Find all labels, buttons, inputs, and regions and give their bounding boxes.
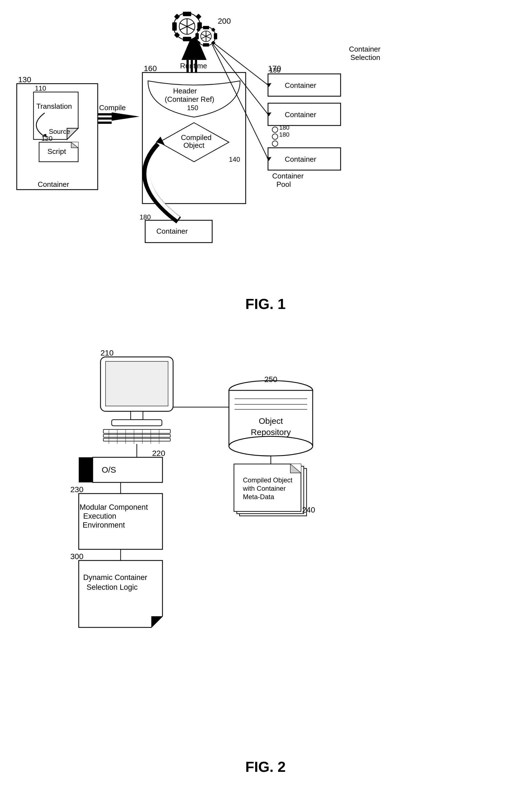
svg-rect-94 bbox=[103, 434, 170, 437]
svg-point-68 bbox=[272, 127, 278, 132]
svg-point-107 bbox=[229, 436, 313, 456]
svg-text:Compile: Compile bbox=[99, 103, 126, 112]
svg-text:Container: Container bbox=[272, 172, 304, 180]
svg-text:Header: Header bbox=[173, 87, 197, 95]
svg-text:130: 130 bbox=[18, 75, 31, 84]
svg-point-70 bbox=[272, 141, 278, 146]
svg-text:Modular Component: Modular Component bbox=[80, 503, 148, 511]
svg-text:180: 180 bbox=[140, 213, 151, 221]
svg-text:230: 230 bbox=[70, 485, 83, 494]
svg-text:Script: Script bbox=[47, 147, 66, 156]
svg-text:Dynamic Container: Dynamic Container bbox=[83, 573, 148, 582]
svg-rect-50 bbox=[203, 26, 209, 29]
svg-text:Container: Container bbox=[156, 227, 188, 235]
svg-text:140: 140 bbox=[229, 156, 240, 163]
svg-marker-135 bbox=[79, 561, 163, 627]
svg-text:250: 250 bbox=[264, 375, 278, 384]
svg-text:with Container: with Container bbox=[242, 484, 285, 492]
svg-text:Container: Container bbox=[285, 81, 316, 89]
svg-text:Selection: Selection bbox=[350, 53, 380, 62]
fig1-area: 130 110 Translation Source 120 Script bbox=[0, 9, 531, 315]
svg-text:180: 180 bbox=[269, 67, 281, 74]
svg-rect-92 bbox=[112, 420, 162, 426]
fig2-area: 210 250 Object Repository bbox=[0, 335, 531, 781]
svg-marker-20 bbox=[112, 112, 140, 121]
svg-rect-38 bbox=[183, 37, 191, 41]
svg-point-69 bbox=[272, 134, 278, 140]
svg-text:160: 160 bbox=[144, 64, 157, 73]
svg-text:Pool: Pool bbox=[276, 180, 291, 188]
svg-text:200: 200 bbox=[218, 17, 231, 25]
svg-text:O/S: O/S bbox=[102, 465, 116, 474]
svg-text:Object: Object bbox=[183, 141, 205, 149]
svg-text:110: 110 bbox=[35, 85, 46, 92]
svg-text:Meta-Data: Meta-Data bbox=[243, 493, 275, 501]
svg-text:150: 150 bbox=[187, 104, 198, 112]
svg-rect-53 bbox=[214, 33, 217, 39]
svg-rect-124 bbox=[79, 457, 93, 482]
svg-text:Container: Container bbox=[38, 180, 69, 188]
svg-text:Compiled: Compiled bbox=[181, 133, 212, 142]
fig2-diagram: 210 250 Object Repository bbox=[0, 335, 531, 753]
svg-rect-52 bbox=[195, 33, 199, 39]
svg-text:Runtime: Runtime bbox=[180, 62, 207, 70]
svg-text:Execution: Execution bbox=[83, 512, 116, 520]
svg-text:240: 240 bbox=[302, 506, 315, 514]
svg-rect-51 bbox=[203, 43, 209, 46]
svg-text:Container: Container bbox=[285, 111, 316, 119]
svg-text:Source: Source bbox=[49, 128, 70, 135]
fig1-diagram: 130 110 Translation Source 120 Script bbox=[0, 9, 531, 315]
svg-marker-136 bbox=[151, 616, 163, 627]
svg-text:(Container Ref): (Container Ref) bbox=[165, 95, 214, 103]
svg-text:Container: Container bbox=[285, 155, 316, 163]
svg-text:Compiled Object: Compiled Object bbox=[243, 476, 293, 484]
svg-text:Translation: Translation bbox=[36, 102, 72, 111]
svg-text:Object: Object bbox=[259, 416, 283, 425]
svg-text:Selection Logic: Selection Logic bbox=[86, 583, 138, 592]
fig1-label: FIG. 1 bbox=[0, 295, 531, 312]
svg-text:180: 180 bbox=[279, 124, 290, 131]
svg-text:300: 300 bbox=[70, 552, 83, 561]
svg-text:220: 220 bbox=[152, 449, 165, 458]
page: 130 110 Translation Source 120 Script bbox=[0, 0, 531, 812]
svg-rect-37 bbox=[183, 12, 191, 16]
svg-text:Container: Container bbox=[349, 45, 380, 53]
svg-rect-95 bbox=[103, 438, 170, 441]
svg-text:Environment: Environment bbox=[83, 521, 125, 529]
svg-rect-91 bbox=[131, 411, 143, 420]
svg-text:180: 180 bbox=[279, 131, 290, 138]
fig2-label: FIG. 2 bbox=[0, 758, 531, 775]
svg-text:Repository: Repository bbox=[251, 427, 291, 437]
svg-rect-90 bbox=[106, 361, 168, 406]
svg-rect-93 bbox=[103, 430, 170, 433]
svg-text:120: 120 bbox=[41, 135, 53, 142]
svg-rect-39 bbox=[172, 22, 177, 31]
svg-text:210: 210 bbox=[100, 349, 114, 357]
